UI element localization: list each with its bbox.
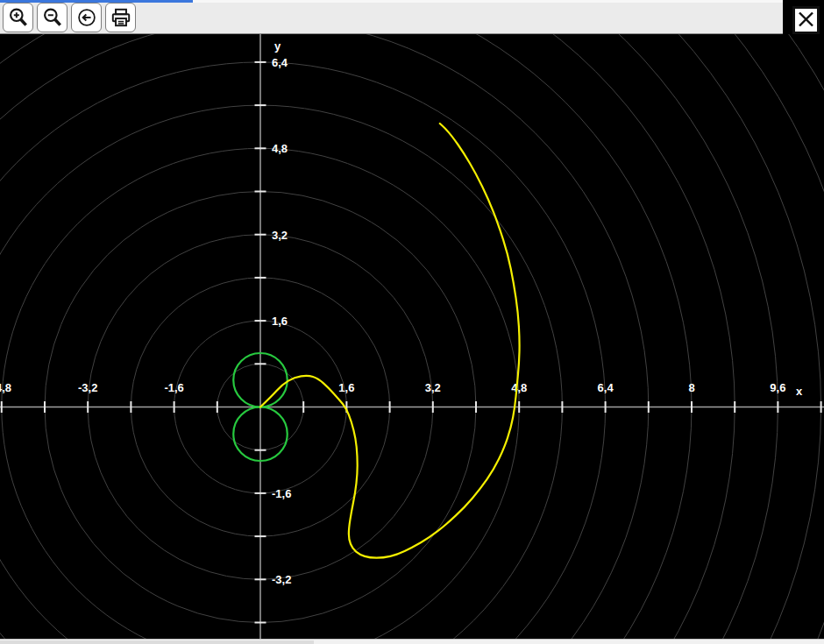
svg-text:-1,6: -1,6 [164,381,183,394]
axis-ticks [2,62,821,623]
close-x-icon [797,10,815,32]
svg-text:-1,6: -1,6 [272,487,291,500]
svg-text:-3,2: -3,2 [78,381,97,394]
zoom-in-icon [7,6,30,29]
svg-text:9,6: 9,6 [770,381,785,394]
accent-strip [0,0,193,3]
svg-text:1,6: 1,6 [338,381,354,394]
print-button[interactable] [105,3,136,32]
svg-text:8: 8 [688,381,694,394]
svg-text:1,6: 1,6 [272,315,288,328]
horizontal-scrollbar[interactable] [0,639,824,644]
zoom-out-button[interactable] [37,3,67,32]
y-axis-letter: y [274,39,281,53]
svg-text:4,8: 4,8 [272,142,288,155]
back-arrow-icon [75,6,98,29]
axes [0,34,824,644]
axis-tick-labels: -4,8-3,2-1,61,63,24,86,489,66,44,83,21,6… [0,39,803,586]
svg-text:6,4: 6,4 [598,381,614,394]
printer-icon [110,6,132,29]
app-window: { "window": { "toolbar": { "background":… [0,0,824,644]
x-axis-letter: x [796,385,803,398]
svg-text:4,8: 4,8 [511,381,527,394]
svg-text:3,2: 3,2 [425,381,441,394]
svg-text:-3,2: -3,2 [272,573,291,586]
toolbar [0,0,783,34]
zoom-in-button[interactable] [3,3,33,32]
svg-text:6,4: 6,4 [272,56,288,69]
zoom-out-icon [41,6,64,29]
polar-grid-rings [0,34,824,644]
back-button[interactable] [71,3,102,32]
scrollbar-thumb[interactable] [0,640,314,644]
svg-text:-4,8: -4,8 [0,381,11,394]
close-button[interactable] [792,6,820,34]
plot-area[interactable]: -4,8-3,2-1,61,63,24,86,489,66,44,83,21,6… [0,34,824,644]
series-yellow-spiral [260,124,520,558]
svg-text:3,2: 3,2 [272,229,288,242]
